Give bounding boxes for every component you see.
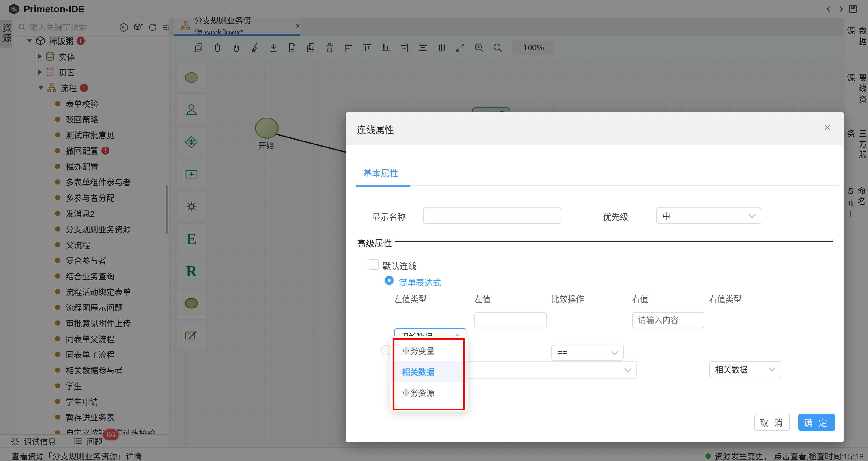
dialog-header: 连线属性 × — [346, 112, 844, 145]
chevron-down-icon — [769, 365, 776, 372]
second-expression-radio[interactable] — [381, 345, 391, 356]
default-line-label: 默认连线 — [382, 259, 416, 272]
priority-select[interactable]: 中 — [656, 208, 761, 224]
simple-expression-radio[interactable] — [385, 276, 394, 285]
dialog-close-icon[interactable]: × — [824, 122, 831, 133]
left-value-label: 左值 — [474, 293, 491, 305]
cancel-button[interactable]: 取 消 — [754, 414, 790, 431]
right-value-type-select[interactable]: 相关数据 — [709, 361, 781, 377]
ok-button[interactable]: 确 定 — [798, 414, 835, 431]
priority-label: 优先级 — [603, 211, 628, 222]
advanced-section-label: 高级属性 — [357, 236, 392, 249]
compare-op-select[interactable]: == — [552, 345, 624, 361]
app-window: Primeton-IDE 资源 AIEn文 稀饭粥!实体页面流程!表单校验驳回策… — [0, 0, 868, 461]
dropdown-option[interactable]: 业务资源 — [391, 382, 468, 403]
right-value-type-label: 右值类型 — [709, 293, 742, 305]
right-value-input[interactable] — [632, 312, 704, 328]
simple-expression-label: 简单表达式 — [399, 276, 441, 288]
chevron-down-icon — [748, 211, 755, 218]
edge-properties-dialog: 连线属性 × 基本属性 显示名称 优先级 中 高级属性 默认连线 简单表达式 左… — [346, 112, 844, 442]
default-line-checkbox[interactable] — [369, 259, 379, 270]
display-name-label: 显示名称 — [372, 211, 406, 222]
advanced-section-divider — [395, 241, 833, 242]
left-value-input[interactable] — [474, 312, 547, 328]
dropdown-option[interactable]: 相关数据 — [391, 361, 468, 382]
right-value-label: 右值 — [632, 293, 648, 305]
compare-op-value: == — [557, 348, 567, 358]
tab-divider — [356, 185, 840, 186]
tab-active-indicator — [356, 185, 410, 187]
chevron-down-icon — [624, 365, 631, 373]
display-name-input[interactable] — [423, 208, 561, 224]
compare-op-label: 比较操作 — [552, 293, 584, 305]
left-value-type-dropdown: 业务变量相关数据业务资源 — [391, 336, 468, 411]
tab-basic-properties[interactable]: 基本属性 — [363, 166, 398, 179]
dialog-title: 连线属性 — [356, 122, 394, 136]
priority-value: 中 — [662, 210, 670, 222]
dropdown-option[interactable]: 业务变量 — [391, 340, 468, 361]
left-value-type-label: 左值类型 — [394, 293, 427, 305]
chevron-down-icon — [611, 348, 618, 356]
right-value-type-value: 相关数据 — [715, 363, 748, 375]
